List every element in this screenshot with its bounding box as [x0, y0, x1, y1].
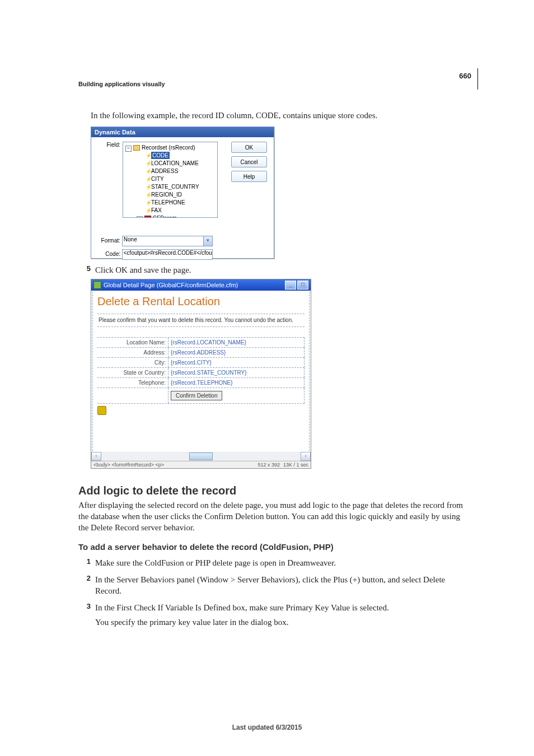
tree-item-location-name[interactable]: LOCATION_NAME [151, 160, 199, 166]
horizontal-scrollbar[interactable]: ‹ › [91, 452, 311, 461]
format-value: None [124, 236, 137, 242]
tree-sibling-cfparam[interactable]: CFParam [153, 215, 177, 218]
doc-paragraph: Please confirm that you want to delete t… [97, 314, 305, 327]
format-label: Format: [96, 237, 120, 244]
field-icon: ⚡ [146, 160, 151, 167]
row-label-state: State or Country: [97, 368, 168, 377]
window-titlebar: Global Detail Page (GlobalCF/confirmDele… [91, 279, 311, 291]
field-icon: ⚡ [146, 192, 151, 199]
tree-item-fax[interactable]: FAX [151, 207, 162, 213]
tree-item-telephone[interactable]: TELEPHONE [151, 199, 185, 206]
minimize-button[interactable]: _ [285, 281, 296, 290]
field-icon: ⚡ [146, 152, 151, 160]
field-label: Field: [96, 142, 120, 148]
window-title: Global Detail Page (GlobalCF/confirmDele… [104, 282, 238, 288]
step-number-2: 2 [78, 574, 95, 596]
tree-item-region-id[interactable]: REGION_ID [151, 192, 182, 198]
format-select[interactable]: None ▾ [122, 236, 213, 246]
tree-item-code[interactable]: CODE [151, 152, 170, 159]
section-heading: Add logic to delete the record [78, 484, 472, 497]
sub-heading: To add a server behavior to delete the r… [78, 542, 472, 552]
tree-root-label: Recordset (rsRecord) [142, 144, 195, 151]
code-input[interactable]: <cfoutput>#rsRecord.CODE#</cfoutput> [122, 249, 213, 260]
step-text-5: Click OK and save the page. [95, 264, 191, 276]
scroll-left-icon[interactable]: ‹ [91, 452, 101, 461]
dialog-title: Dynamic Data [91, 127, 274, 137]
row-value-state: {rsRecord.STATE_COUNTRY} [168, 368, 305, 377]
tree-item-state-country[interactable]: STATE_COUNTRY [151, 184, 199, 190]
cfparam-icon [144, 216, 151, 218]
intro-line: In the following example, the record ID … [91, 110, 472, 121]
footer: Last updated 6/3/2015 [0, 724, 534, 731]
confirm-deletion-button[interactable]: Confirm Deletion [171, 391, 222, 400]
code-label: Code: [96, 251, 120, 257]
breadcrumb: Building applications visually [78, 81, 472, 87]
doc-heading: Delete a Rental Location [97, 295, 305, 308]
row-label-address: Address: [97, 348, 168, 357]
app-icon [93, 281, 101, 289]
dynamic-data-dialog: Dynamic Data Field: −Recordset (rsRecord… [91, 127, 274, 259]
tree-item-city[interactable]: CITY [151, 176, 164, 182]
step-3-sub: You specify the primary key value later … [95, 617, 472, 628]
maximize-button[interactable]: □ [297, 281, 308, 290]
tree-expand-icon[interactable]: + [137, 216, 143, 218]
step-number-5: 5 [78, 264, 95, 276]
recordset-icon [133, 145, 140, 151]
page-number-rule [477, 68, 478, 90]
step-number-1: 1 [78, 557, 95, 568]
scroll-right-icon[interactable]: › [301, 452, 311, 461]
row-label-empty [97, 388, 168, 403]
row-value-address: {rsRecord.ADDRESS} [168, 348, 305, 357]
status-tag-path: <body> <form#frmRecord> <p> [93, 462, 164, 468]
server-behavior-icon [97, 406, 106, 415]
chevron-down-icon[interactable]: ▾ [203, 236, 212, 246]
step-text-2: In the Server Behaviors panel (Window > … [95, 574, 472, 596]
field-icon: ⚡ [146, 168, 151, 175]
section-body: After displaying the selected record on … [78, 500, 472, 533]
field-icon: ⚡ [146, 207, 151, 214]
status-dimensions: 512 x 392 [257, 462, 280, 468]
field-icon: ⚡ [146, 199, 151, 207]
field-icon: ⚡ [146, 176, 151, 183]
row-label-location: Location Name: [97, 338, 168, 347]
tree-collapse-icon[interactable]: − [125, 146, 132, 152]
tree-item-address[interactable]: ADDRESS [151, 168, 178, 174]
cancel-button[interactable]: Cancel [231, 156, 267, 167]
step-number-3: 3 [78, 602, 95, 613]
ok-button[interactable]: OK [231, 142, 267, 153]
step-text-3: In the First Check If Variable Is Define… [95, 602, 389, 613]
status-bar: <body> <form#frmRecord> <p> 512 x 392 13… [91, 461, 311, 468]
help-button[interactable]: Help [231, 171, 267, 182]
step-text-1: Make sure the ColdFusion or PHP delete p… [95, 557, 336, 568]
status-meta: 13K / 1 sec [283, 462, 308, 468]
row-value-telephone: {rsRecord.TELEPHONE} [168, 378, 305, 388]
page-number: 660 [459, 72, 471, 80]
dreamweaver-window: Global Detail Page (GlobalCF/confirmDele… [91, 279, 311, 469]
form-grid: Location Name: {rsRecord.LOCATION_NAME} … [97, 337, 305, 404]
scroll-thumb[interactable] [189, 452, 213, 460]
row-label-telephone: Telephone: [97, 378, 168, 388]
field-icon: ⚡ [146, 184, 151, 191]
row-value-location: {rsRecord.LOCATION_NAME} [168, 338, 305, 347]
row-label-city: City: [97, 358, 168, 367]
row-value-city: {rsRecord.CITY} [168, 358, 305, 367]
field-tree[interactable]: −Recordset (rsRecord) ⚡CODE ⚡LOCATION_NA… [123, 142, 218, 218]
